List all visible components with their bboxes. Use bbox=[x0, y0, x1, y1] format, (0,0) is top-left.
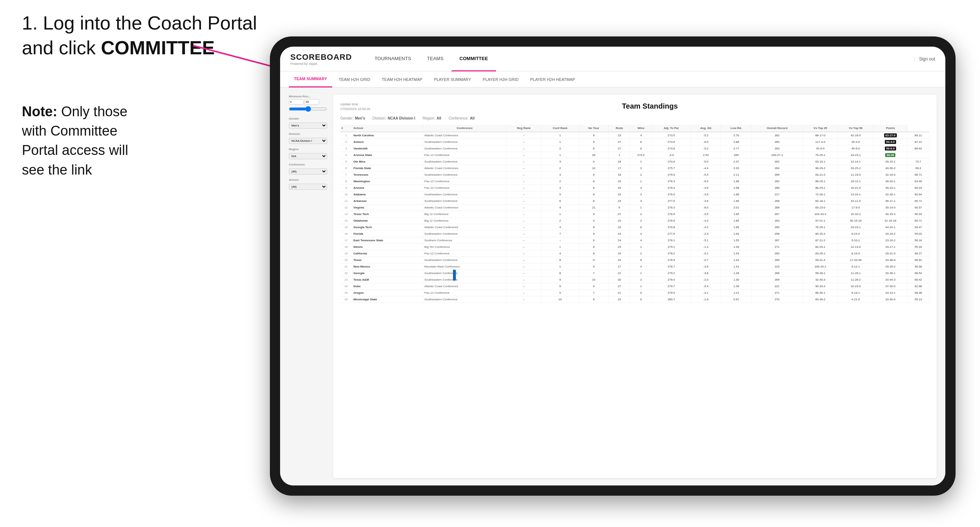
col-rank: # bbox=[340, 125, 352, 132]
col-vs50: Vs Top 50 bbox=[838, 125, 873, 132]
col-points: Points bbox=[873, 125, 907, 132]
sign-out-area: | Sign out bbox=[914, 57, 935, 62]
gender-label: Gender bbox=[289, 117, 327, 120]
conference-select[interactable]: (All) bbox=[289, 168, 327, 175]
table-row: 19CaliforniaPac-12 Conference–48242278.2… bbox=[340, 250, 929, 257]
sub-nav-player-h2h-heatmap[interactable]: PLAYER H2H HEATMAP bbox=[525, 71, 580, 87]
table-row: 9ArizonaPac-12 Conference–38234276.3-4.6… bbox=[340, 185, 929, 191]
school-label: School bbox=[289, 178, 327, 181]
sub-nav-team-summary[interactable]: TEAM SUMMARY bbox=[289, 71, 332, 87]
table-row: 2AuburnSoutheastern Conference–19276273.… bbox=[340, 139, 929, 145]
col-overall: Overall Record bbox=[751, 125, 802, 132]
logo-sub: Powered by clippd bbox=[290, 62, 352, 66]
division-filter-value: NCAA Division I bbox=[388, 116, 415, 120]
min-rounds-label: Minimum Rou... bbox=[289, 95, 327, 98]
region-filter-value: All bbox=[437, 116, 441, 120]
col-wins: Wins bbox=[630, 125, 652, 132]
table-row: 22GeorgiaSoutheastern Conference–8721127… bbox=[340, 270, 929, 277]
standings-table: # School Conference Reg Rank Conf Rank N… bbox=[340, 125, 929, 303]
table-row: 12VirginiaAtlantic Coast Conference–4216… bbox=[340, 205, 929, 211]
instruction-title: 1. Log into the Coach Portal and click C… bbox=[22, 11, 277, 60]
tablet-frame: SCOREBOARD Powered by clippd TOURNAMENTS… bbox=[270, 37, 956, 496]
note-text: Note: Only those with Committee Portal a… bbox=[22, 102, 135, 180]
table-row: 8WashingtonPac-12 Conference–28231276.3-… bbox=[340, 178, 929, 185]
col-avg-sg: Avg. SG bbox=[691, 125, 721, 132]
division-label: Division bbox=[289, 132, 327, 136]
table-row: 21New MexicoMountain West Conference–191… bbox=[340, 264, 929, 270]
region-select[interactable]: N/A All bbox=[289, 153, 327, 159]
col-low-rd: Low Rd. bbox=[721, 125, 752, 132]
gender-filter-value: Men's bbox=[355, 116, 365, 120]
logo-area: SCOREBOARD Powered by clippd bbox=[290, 52, 352, 66]
table-row: 1North CarolinaAtlantic Coast Conference… bbox=[340, 132, 929, 139]
table-row: 3VanderbiltSoutheastern Conference–28276… bbox=[340, 145, 929, 152]
sub-nav: TEAM SUMMARY TEAM H2H GRID TEAM H2H HEAT… bbox=[280, 71, 945, 87]
col-adj-par: Adj. To Par bbox=[652, 125, 691, 132]
table-row: 18IllinoisBig Ten Conference–18231279.1-… bbox=[340, 244, 929, 250]
division-filter-label: Division: bbox=[372, 116, 386, 120]
table-row: 6Florida StateAtlantic Coast Conference–… bbox=[340, 165, 929, 171]
division-select[interactable]: NCAA Division I NCAA Division II NCAA Di… bbox=[289, 138, 327, 144]
sub-nav-team-h2h-heatmap[interactable]: TEAM H2H HEATMAP bbox=[377, 71, 428, 87]
nav-item-teams[interactable]: TEAMS bbox=[419, 47, 452, 71]
nav-item-committee[interactable]: COMMITTEE bbox=[452, 47, 496, 71]
table-row: 4Arizona StatePac-12 Conference–1261274.… bbox=[340, 152, 929, 159]
table-container: Update time: 27/03/2024 16:56:26 Team St… bbox=[333, 95, 937, 478]
app-header: SCOREBOARD Powered by clippd TOURNAMENTS… bbox=[280, 47, 945, 71]
side-panel: Minimum Rou... Gender Men's Women's bbox=[289, 95, 327, 478]
col-school: School bbox=[352, 125, 423, 132]
table-row: 24DukeAtlantic Coast Conference–59271279… bbox=[340, 283, 929, 290]
filters-row: Gender: Men's Division: NCAA Division I … bbox=[340, 116, 929, 120]
table-row: 5Ole MissSoutheastern Conference–3618127… bbox=[340, 159, 929, 165]
col-reg-rank: Reg Rank bbox=[506, 125, 541, 132]
blue-bar bbox=[453, 270, 456, 281]
main-content: Minimum Rou... Gender Men's Women's bbox=[280, 87, 945, 486]
sub-nav-team-h2h-grid[interactable]: TEAM H2H GRID bbox=[334, 71, 375, 87]
region-label: Region bbox=[289, 148, 327, 151]
col-conference: Conference bbox=[423, 125, 506, 132]
note-bold: Note: bbox=[22, 104, 57, 119]
col-conf-rank: Conf Rank bbox=[541, 125, 579, 132]
table-row: 15Georgia TechAtlantic Coast Conference–… bbox=[340, 224, 929, 231]
table-row: 20TexasSoutheastern Conference–89248278.… bbox=[340, 257, 929, 264]
sub-nav-player-h2h-grid[interactable]: PLAYER H2H GRID bbox=[478, 71, 524, 87]
conference-filter-value: All bbox=[470, 116, 474, 120]
table-row: 11ArkansasSoutheastern Conference–682332… bbox=[340, 198, 929, 205]
table-title: Team Standings bbox=[371, 102, 929, 110]
tablet-screen: SCOREBOARD Powered by clippd TOURNAMENTS… bbox=[280, 47, 945, 486]
min-rounds-to[interactable] bbox=[305, 99, 319, 105]
sign-out-link[interactable]: Sign out bbox=[919, 57, 935, 62]
table-row: 25OregonPac-12 Conference–57210279.5-3.1… bbox=[340, 290, 929, 296]
sub-nav-player-summary[interactable]: PLAYER SUMMARY bbox=[429, 71, 476, 87]
table-row: 10AlabamaSoutheastern Conference–5823327… bbox=[340, 191, 929, 198]
gender-select[interactable]: Men's Women's bbox=[289, 122, 327, 129]
table-row: 13Texas TechBig 12 Conference–19272276.9… bbox=[340, 211, 929, 217]
table-row: 23Texas A&MSoutheastern Conference–91030… bbox=[340, 277, 929, 283]
region-filter-label: Region: bbox=[423, 116, 435, 120]
conference-filter-label: Conference: bbox=[449, 116, 468, 120]
committee-emphasis: COMMITTEE bbox=[101, 37, 215, 58]
nav-item-tournaments[interactable]: TOURNAMENTS bbox=[366, 47, 419, 71]
table-row: 17East Tennessee StateSouthern Conferenc… bbox=[340, 237, 929, 244]
rounds-slider[interactable] bbox=[289, 106, 327, 112]
table-row: 14OklahomaBig 12 Conference–24242276.6-4… bbox=[340, 217, 929, 224]
update-time: Update time: 27/03/2024 16:56:26 bbox=[340, 102, 371, 111]
table-row: 26Mississippi StateSoutheastern Conferen… bbox=[340, 296, 929, 303]
logo-main: SCOREBOARD bbox=[290, 52, 352, 62]
gender-filter-label: Gender: bbox=[340, 116, 353, 120]
nav-items: TOURNAMENTS TEAMS COMMITTEE bbox=[366, 47, 914, 71]
col-vs25: Vs Top 25 bbox=[803, 125, 838, 132]
table-row: 7TennesseeSoutheastern Conference–461822… bbox=[340, 171, 929, 178]
instruction-area: 1. Log into the Coach Portal and click C… bbox=[22, 11, 277, 60]
col-no-tour: No Tour bbox=[579, 125, 608, 132]
conference-label: Conference bbox=[289, 163, 327, 166]
table-row: 16FloridaSoutheastern Conference–7924427… bbox=[340, 231, 929, 237]
min-rounds-from[interactable] bbox=[289, 99, 304, 105]
col-rnds: Rnds bbox=[609, 125, 630, 132]
school-select[interactable]: (All) bbox=[289, 184, 327, 190]
